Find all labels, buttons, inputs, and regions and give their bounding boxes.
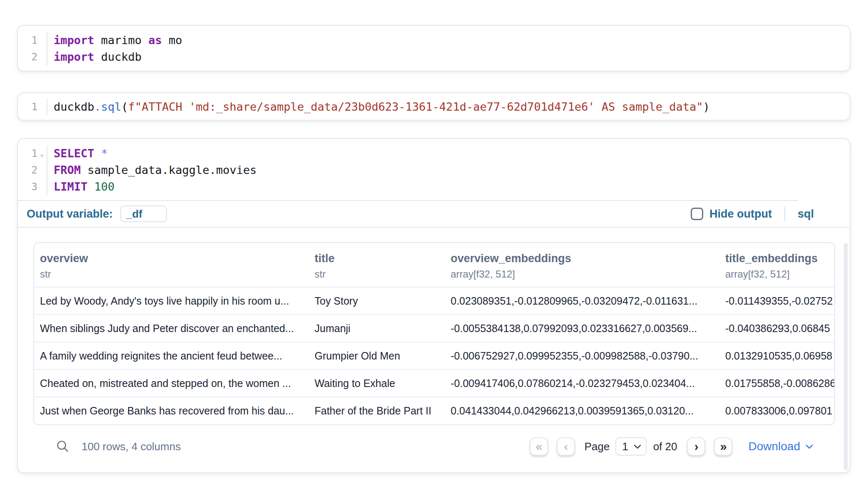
cell-title_embeddings: -0.040386293,0.06845 [719, 315, 835, 342]
pagination: « ‹ Page 1 of 20 › » Download [530, 437, 813, 456]
column-name: title_embeddings [725, 252, 830, 265]
line-number: 1 [18, 32, 47, 49]
cell-overview_embeddings: -0.006752927,0.099952355,-0.009982588,-0… [445, 342, 719, 370]
page-total: of 20 [653, 440, 677, 453]
column-header-overview_embeddings[interactable]: overview_embeddingsarray[f32, 512] [445, 243, 719, 287]
code-line[interactable]: 2FROM sample_data.kaggle.movies [18, 162, 850, 179]
line-number: 2 [18, 162, 47, 179]
code-text: SELECT * [47, 145, 108, 162]
column-dtype: array[f32, 512] [451, 268, 714, 280]
download-label: Download [748, 440, 800, 453]
column-name: overview [40, 252, 303, 265]
toolbar-divider [784, 207, 785, 221]
table-header: overviewstrtitlestroverview_embeddingsar… [34, 243, 835, 287]
code-text: import marimo as mo [47, 32, 182, 49]
code-editor[interactable]: 1import marimo as mo2import duckdb [18, 26, 850, 70]
cell-title_embeddings: 0.0132910535,0.06958 [719, 342, 835, 370]
line-number: 1⌄ [18, 145, 47, 162]
prev-page-button[interactable]: ‹ [557, 437, 575, 456]
code-editor[interactable]: 1duckdb.sql(f"ATTACH 'md:_share/sample_d… [18, 93, 850, 120]
column-header-overview[interactable]: overviewstr [34, 243, 309, 287]
last-page-button[interactable]: » [714, 437, 732, 456]
cell-overview_embeddings: 0.023089351,-0.012809965,-0.03209472,-0.… [445, 287, 719, 315]
cell-overview: Led by Woody, Andy's toys live happily i… [34, 287, 309, 315]
column-header-title[interactable]: titlestr [309, 243, 445, 287]
line-number: 2 [18, 49, 47, 65]
column-name: title [315, 252, 439, 265]
cell-title_embeddings: -0.011439355,-0.02752 [719, 287, 835, 315]
line-number: 3 [18, 179, 47, 195]
code-text: import duckdb [47, 49, 141, 65]
cell-title_embeddings: 0.01755858,-0.0086286 [719, 370, 835, 397]
cell-overview_embeddings: 0.041433044,0.042966213,0.0039591365,0.0… [445, 397, 719, 424]
line-number: 1 [18, 99, 47, 115]
column-name: overview_embeddings [451, 252, 714, 265]
output-variable-input[interactable] [120, 206, 167, 222]
code-line[interactable]: 3LIMIT 100 [18, 179, 850, 195]
cell-overview: Cheated on, mistreated and stepped on, t… [34, 370, 309, 397]
code-cell-imports: 1import marimo as mo2import duckdb [17, 25, 851, 72]
chevron-down-icon [805, 444, 813, 449]
table-body: Led by Woody, Andy's toys live happily i… [34, 287, 835, 424]
table-footer: 100 rows, 4 columns « ‹ Page 1 of 20 › »… [33, 425, 834, 468]
cell-overview: A family wedding reignites the ancient f… [34, 342, 309, 370]
page-select-value: 1 [622, 440, 628, 453]
cell-overview: When siblings Judy and Peter discover an… [34, 315, 309, 342]
chevron-down-icon [633, 444, 642, 449]
hide-output-checkbox[interactable] [691, 208, 703, 220]
dataframe-table: overviewstrtitlestroverview_embeddingsar… [33, 242, 835, 425]
cell-title: Grumpier Old Men [309, 342, 445, 370]
code-text: FROM sample_data.kaggle.movies [47, 162, 257, 179]
code-line[interactable]: 1import marimo as mo [18, 32, 850, 49]
cell-overview: Just when George Banks has recovered fro… [34, 397, 309, 424]
first-page-button[interactable]: « [530, 437, 548, 456]
column-dtype: str [315, 268, 439, 280]
code-text: LIMIT 100 [47, 179, 114, 195]
code-cell-attach: 1duckdb.sql(f"ATTACH 'md:_share/sample_d… [17, 92, 851, 121]
sql-cell: 1⌄SELECT *2FROM sample_data.kaggle.movie… [17, 138, 851, 473]
cell-title: Toy Story [309, 287, 445, 315]
cell-overview_embeddings: -0.009417406,0.07860214,-0.023279453,0.0… [445, 370, 719, 397]
code-line[interactable]: 1⌄SELECT * [18, 145, 850, 162]
output-scrollbar[interactable] [844, 243, 848, 470]
table-row[interactable]: Just when George Banks has recovered fro… [34, 397, 835, 424]
cell-title: Waiting to Exhale [309, 370, 445, 397]
table-row[interactable]: When siblings Judy and Peter discover an… [34, 315, 835, 342]
hide-output-label[interactable]: Hide output [709, 208, 772, 221]
output-variable-label: Output variable: [27, 208, 113, 221]
cell-title: Jumanji [309, 315, 445, 342]
page-select[interactable]: 1 [615, 437, 646, 456]
sql-toolbar: Output variable: Hide output sql [18, 201, 850, 227]
column-header-title_embeddings[interactable]: title_embeddingsarray[f32, 512] [719, 243, 835, 287]
column-dtype: array[f32, 512] [725, 268, 830, 280]
page-label: Page [584, 440, 610, 453]
table-row[interactable]: Led by Woody, Andy's toys live happily i… [34, 287, 835, 315]
cell-title_embeddings: 0.007833006,0.097801 [719, 397, 835, 424]
fold-chevron-icon[interactable]: ⌄ [37, 145, 47, 162]
row-count-summary: 100 rows, 4 columns [82, 440, 181, 453]
next-page-button[interactable]: › [687, 437, 705, 456]
code-text: duckdb.sql(f"ATTACH 'md:_share/sample_da… [47, 99, 710, 115]
table-row[interactable]: Cheated on, mistreated and stepped on, t… [34, 370, 835, 397]
cell-title: Father of the Bride Part II [309, 397, 445, 424]
download-button[interactable]: Download [748, 440, 813, 453]
code-editor[interactable]: 1⌄SELECT *2FROM sample_data.kaggle.movie… [18, 139, 850, 200]
code-line[interactable]: 2import duckdb [18, 49, 850, 65]
column-dtype: str [40, 268, 303, 280]
code-line[interactable]: 1duckdb.sql(f"ATTACH 'md:_share/sample_d… [18, 99, 850, 115]
search-icon[interactable] [56, 439, 70, 454]
cell-overview_embeddings: -0.0055384138,0.07992093,0.023316627,0.0… [445, 315, 719, 342]
language-badge[interactable]: sql [798, 208, 814, 221]
output-area: overviewstrtitlestroverview_embeddingsar… [18, 228, 850, 468]
table-row[interactable]: A family wedding reignites the ancient f… [34, 342, 835, 370]
